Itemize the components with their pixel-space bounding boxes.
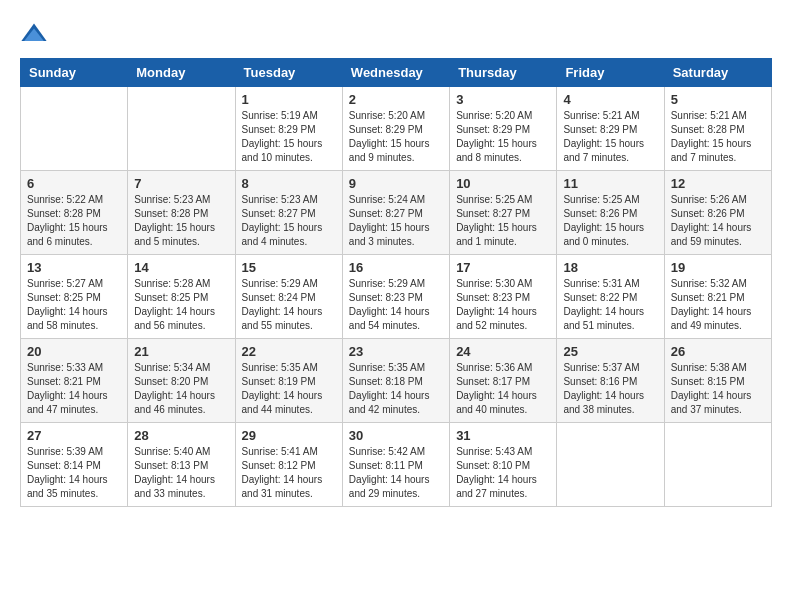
header-day: Wednesday bbox=[342, 59, 449, 87]
day-number: 22 bbox=[242, 344, 336, 359]
calendar-cell: 22Sunrise: 5:35 AM Sunset: 8:19 PM Dayli… bbox=[235, 339, 342, 423]
day-number: 20 bbox=[27, 344, 121, 359]
day-info: Sunrise: 5:29 AM Sunset: 8:24 PM Dayligh… bbox=[242, 277, 336, 333]
calendar-cell: 29Sunrise: 5:41 AM Sunset: 8:12 PM Dayli… bbox=[235, 423, 342, 507]
header-day: Saturday bbox=[664, 59, 771, 87]
day-number: 9 bbox=[349, 176, 443, 191]
calendar-row: 1Sunrise: 5:19 AM Sunset: 8:29 PM Daylig… bbox=[21, 87, 772, 171]
day-number: 3 bbox=[456, 92, 550, 107]
header-day: Monday bbox=[128, 59, 235, 87]
calendar-body: 1Sunrise: 5:19 AM Sunset: 8:29 PM Daylig… bbox=[21, 87, 772, 507]
day-number: 31 bbox=[456, 428, 550, 443]
calendar-cell: 23Sunrise: 5:35 AM Sunset: 8:18 PM Dayli… bbox=[342, 339, 449, 423]
calendar-row: 6Sunrise: 5:22 AM Sunset: 8:28 PM Daylig… bbox=[21, 171, 772, 255]
day-number: 14 bbox=[134, 260, 228, 275]
day-number: 10 bbox=[456, 176, 550, 191]
day-info: Sunrise: 5:40 AM Sunset: 8:13 PM Dayligh… bbox=[134, 445, 228, 501]
day-info: Sunrise: 5:20 AM Sunset: 8:29 PM Dayligh… bbox=[456, 109, 550, 165]
day-info: Sunrise: 5:36 AM Sunset: 8:17 PM Dayligh… bbox=[456, 361, 550, 417]
page-header bbox=[20, 20, 772, 48]
day-info: Sunrise: 5:34 AM Sunset: 8:20 PM Dayligh… bbox=[134, 361, 228, 417]
day-number: 5 bbox=[671, 92, 765, 107]
day-number: 6 bbox=[27, 176, 121, 191]
day-info: Sunrise: 5:41 AM Sunset: 8:12 PM Dayligh… bbox=[242, 445, 336, 501]
calendar-cell: 6Sunrise: 5:22 AM Sunset: 8:28 PM Daylig… bbox=[21, 171, 128, 255]
calendar-cell: 15Sunrise: 5:29 AM Sunset: 8:24 PM Dayli… bbox=[235, 255, 342, 339]
day-number: 18 bbox=[563, 260, 657, 275]
day-info: Sunrise: 5:28 AM Sunset: 8:25 PM Dayligh… bbox=[134, 277, 228, 333]
calendar-cell: 3Sunrise: 5:20 AM Sunset: 8:29 PM Daylig… bbox=[450, 87, 557, 171]
logo-icon bbox=[20, 20, 48, 48]
calendar-cell: 16Sunrise: 5:29 AM Sunset: 8:23 PM Dayli… bbox=[342, 255, 449, 339]
calendar-cell: 27Sunrise: 5:39 AM Sunset: 8:14 PM Dayli… bbox=[21, 423, 128, 507]
calendar-cell: 7Sunrise: 5:23 AM Sunset: 8:28 PM Daylig… bbox=[128, 171, 235, 255]
day-number: 25 bbox=[563, 344, 657, 359]
day-info: Sunrise: 5:23 AM Sunset: 8:28 PM Dayligh… bbox=[134, 193, 228, 249]
day-info: Sunrise: 5:43 AM Sunset: 8:10 PM Dayligh… bbox=[456, 445, 550, 501]
header-day: Friday bbox=[557, 59, 664, 87]
day-number: 19 bbox=[671, 260, 765, 275]
day-info: Sunrise: 5:42 AM Sunset: 8:11 PM Dayligh… bbox=[349, 445, 443, 501]
calendar-cell: 2Sunrise: 5:20 AM Sunset: 8:29 PM Daylig… bbox=[342, 87, 449, 171]
calendar-cell: 10Sunrise: 5:25 AM Sunset: 8:27 PM Dayli… bbox=[450, 171, 557, 255]
calendar-cell: 17Sunrise: 5:30 AM Sunset: 8:23 PM Dayli… bbox=[450, 255, 557, 339]
day-number: 17 bbox=[456, 260, 550, 275]
calendar-cell: 12Sunrise: 5:26 AM Sunset: 8:26 PM Dayli… bbox=[664, 171, 771, 255]
day-number: 4 bbox=[563, 92, 657, 107]
calendar-table: SundayMondayTuesdayWednesdayThursdayFrid… bbox=[20, 58, 772, 507]
calendar-cell: 8Sunrise: 5:23 AM Sunset: 8:27 PM Daylig… bbox=[235, 171, 342, 255]
day-info: Sunrise: 5:33 AM Sunset: 8:21 PM Dayligh… bbox=[27, 361, 121, 417]
day-info: Sunrise: 5:39 AM Sunset: 8:14 PM Dayligh… bbox=[27, 445, 121, 501]
day-info: Sunrise: 5:21 AM Sunset: 8:28 PM Dayligh… bbox=[671, 109, 765, 165]
day-info: Sunrise: 5:26 AM Sunset: 8:26 PM Dayligh… bbox=[671, 193, 765, 249]
calendar-cell: 1Sunrise: 5:19 AM Sunset: 8:29 PM Daylig… bbox=[235, 87, 342, 171]
day-number: 11 bbox=[563, 176, 657, 191]
day-info: Sunrise: 5:23 AM Sunset: 8:27 PM Dayligh… bbox=[242, 193, 336, 249]
day-number: 15 bbox=[242, 260, 336, 275]
day-number: 1 bbox=[242, 92, 336, 107]
day-info: Sunrise: 5:24 AM Sunset: 8:27 PM Dayligh… bbox=[349, 193, 443, 249]
day-info: Sunrise: 5:20 AM Sunset: 8:29 PM Dayligh… bbox=[349, 109, 443, 165]
calendar-cell: 13Sunrise: 5:27 AM Sunset: 8:25 PM Dayli… bbox=[21, 255, 128, 339]
day-number: 13 bbox=[27, 260, 121, 275]
day-info: Sunrise: 5:35 AM Sunset: 8:19 PM Dayligh… bbox=[242, 361, 336, 417]
calendar-cell: 20Sunrise: 5:33 AM Sunset: 8:21 PM Dayli… bbox=[21, 339, 128, 423]
calendar-cell: 5Sunrise: 5:21 AM Sunset: 8:28 PM Daylig… bbox=[664, 87, 771, 171]
header-day: Tuesday bbox=[235, 59, 342, 87]
day-number: 28 bbox=[134, 428, 228, 443]
calendar-cell: 31Sunrise: 5:43 AM Sunset: 8:10 PM Dayli… bbox=[450, 423, 557, 507]
day-number: 26 bbox=[671, 344, 765, 359]
day-info: Sunrise: 5:32 AM Sunset: 8:21 PM Dayligh… bbox=[671, 277, 765, 333]
day-number: 2 bbox=[349, 92, 443, 107]
calendar-header: SundayMondayTuesdayWednesdayThursdayFrid… bbox=[21, 59, 772, 87]
day-number: 8 bbox=[242, 176, 336, 191]
calendar-cell: 18Sunrise: 5:31 AM Sunset: 8:22 PM Dayli… bbox=[557, 255, 664, 339]
calendar-row: 27Sunrise: 5:39 AM Sunset: 8:14 PM Dayli… bbox=[21, 423, 772, 507]
calendar-cell: 25Sunrise: 5:37 AM Sunset: 8:16 PM Dayli… bbox=[557, 339, 664, 423]
calendar-cell bbox=[664, 423, 771, 507]
day-info: Sunrise: 5:31 AM Sunset: 8:22 PM Dayligh… bbox=[563, 277, 657, 333]
calendar-cell bbox=[557, 423, 664, 507]
day-info: Sunrise: 5:30 AM Sunset: 8:23 PM Dayligh… bbox=[456, 277, 550, 333]
day-info: Sunrise: 5:38 AM Sunset: 8:15 PM Dayligh… bbox=[671, 361, 765, 417]
day-number: 24 bbox=[456, 344, 550, 359]
day-info: Sunrise: 5:19 AM Sunset: 8:29 PM Dayligh… bbox=[242, 109, 336, 165]
day-number: 12 bbox=[671, 176, 765, 191]
day-info: Sunrise: 5:37 AM Sunset: 8:16 PM Dayligh… bbox=[563, 361, 657, 417]
calendar-cell: 30Sunrise: 5:42 AM Sunset: 8:11 PM Dayli… bbox=[342, 423, 449, 507]
day-info: Sunrise: 5:35 AM Sunset: 8:18 PM Dayligh… bbox=[349, 361, 443, 417]
day-info: Sunrise: 5:25 AM Sunset: 8:27 PM Dayligh… bbox=[456, 193, 550, 249]
calendar-cell: 24Sunrise: 5:36 AM Sunset: 8:17 PM Dayli… bbox=[450, 339, 557, 423]
day-info: Sunrise: 5:27 AM Sunset: 8:25 PM Dayligh… bbox=[27, 277, 121, 333]
header-day: Sunday bbox=[21, 59, 128, 87]
day-number: 7 bbox=[134, 176, 228, 191]
calendar-cell: 9Sunrise: 5:24 AM Sunset: 8:27 PM Daylig… bbox=[342, 171, 449, 255]
day-info: Sunrise: 5:22 AM Sunset: 8:28 PM Dayligh… bbox=[27, 193, 121, 249]
day-number: 30 bbox=[349, 428, 443, 443]
calendar-cell: 19Sunrise: 5:32 AM Sunset: 8:21 PM Dayli… bbox=[664, 255, 771, 339]
calendar-row: 13Sunrise: 5:27 AM Sunset: 8:25 PM Dayli… bbox=[21, 255, 772, 339]
calendar-cell: 11Sunrise: 5:25 AM Sunset: 8:26 PM Dayli… bbox=[557, 171, 664, 255]
calendar-cell: 14Sunrise: 5:28 AM Sunset: 8:25 PM Dayli… bbox=[128, 255, 235, 339]
logo bbox=[20, 20, 52, 48]
day-number: 27 bbox=[27, 428, 121, 443]
